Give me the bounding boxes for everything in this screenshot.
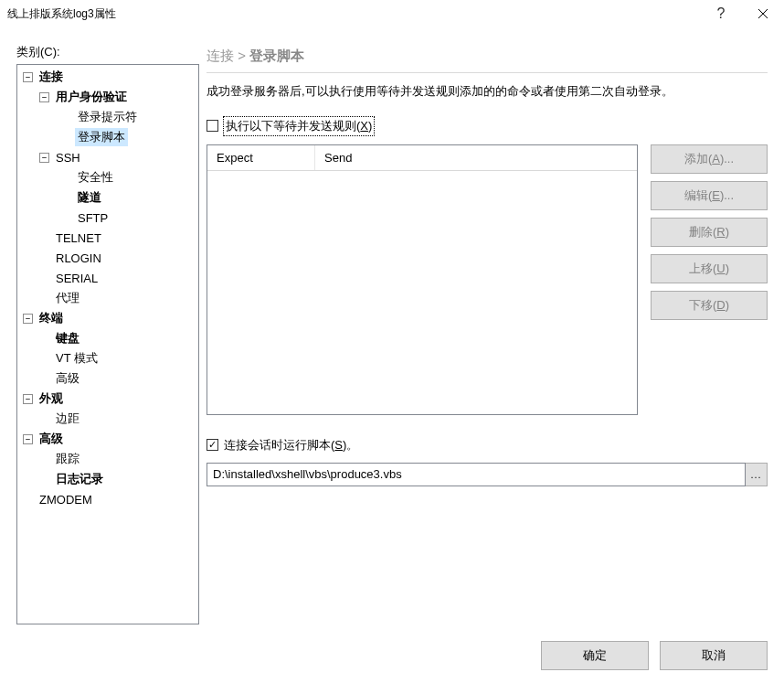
script-path-input[interactable]: D:\installed\xshell\vbs\produce3.vbs [207,463,746,486]
properties-dialog: 线上排版系统log3属性 ? 类别(C): − 连接 [0,0,784,683]
close-icon [758,8,768,19]
edit-button[interactable]: 编辑(E)... [651,181,768,210]
tree-item-terminal[interactable]: − 终端 [19,308,198,328]
tree-item-trace[interactable]: 跟踪 [19,449,198,469]
move-down-button[interactable]: 下移(D) [651,291,768,320]
table-body [207,171,637,414]
window-title: 线上排版系统log3属性 [7,6,700,22]
tree-item-security[interactable]: 安全性 [19,167,198,187]
delete-button[interactable]: 删除(R) [651,218,768,247]
rules-table[interactable]: Expect Send [207,144,638,415]
tree-item-keyboard[interactable]: 键盘 [19,328,198,348]
breadcrumb: 连接 > 登录脚本 [207,44,768,73]
browse-button[interactable]: ... [746,463,768,486]
tree-item-serial[interactable]: SERIAL [19,268,198,288]
collapse-icon[interactable]: − [39,92,49,102]
help-button[interactable]: ? [700,0,742,27]
tree-item-login-script[interactable]: 登录脚本 [19,127,198,147]
tree-item-auth[interactable]: − 用户身份验证 [19,87,198,107]
collapse-icon[interactable]: − [23,314,33,324]
tree-item-login-prompt[interactable]: 登录提示符 [19,107,198,127]
category-label: 类别(C): [16,44,199,60]
collapse-icon[interactable]: − [23,72,33,82]
collapse-icon[interactable]: − [39,153,49,163]
rules-buttons: 添加(A)... 编辑(E)... 删除(R) 上移(U) 下移(D) [651,144,768,415]
description-text: 成功登录服务器后,可以执行使用等待并发送规则添加的的命令或者使用第二次自动登录。 [207,82,768,101]
tree-item-margin[interactable]: 边距 [19,409,198,429]
titlebar: 线上排版系统log3属性 ? [0,0,784,27]
column-expect[interactable]: Expect [207,145,315,170]
tree-item-advanced[interactable]: − 高级 [19,429,198,449]
move-up-button[interactable]: 上移(U) [651,254,768,283]
cancel-button[interactable]: 取消 [660,641,768,670]
script-section: ✓ 连接会话时运行脚本(S)。 D:\installed\xshell\vbs\… [207,437,768,486]
ok-button[interactable]: 确定 [541,641,649,670]
add-button[interactable]: 添加(A)... [651,144,768,174]
rules-area: Expect Send 添加(A)... 编辑(E)... 删除(R) 上移(U… [207,144,768,415]
dialog-body: 类别(C): − 连接 − [0,27,784,683]
titlebar-buttons: ? [700,0,784,27]
tree-item-advanced-term[interactable]: 高级 [19,368,198,389]
tree-item-connection[interactable]: − 连接 [19,67,198,87]
run-script-checkbox[interactable]: ✓ 连接会话时运行脚本(S)。 [207,437,768,454]
tree-item-rlogin[interactable]: RLOGIN [19,248,198,268]
tree-item-vt-mode[interactable]: VT 模式 [19,348,198,368]
tree-item-sftp[interactable]: SFTP [19,208,198,228]
execute-rules-checkbox[interactable]: 执行以下等待并发送规则(X) [207,117,768,135]
script-path-row: D:\installed\xshell\vbs\produce3.vbs ... [207,463,768,486]
tree-item-telnet[interactable]: TELNET [19,228,198,248]
checkbox-icon: ✓ [207,439,218,451]
column-send[interactable]: Send [315,145,637,170]
tree-item-zmodem[interactable]: ZMODEM [19,489,198,509]
table-header: Expect Send [207,145,637,171]
collapse-icon[interactable]: − [23,394,33,404]
tree-item-proxy[interactable]: 代理 [19,288,198,308]
tree-item-tunnel[interactable]: 隧道 [19,187,198,208]
left-column: 类别(C): − 连接 − [16,44,199,624]
category-tree[interactable]: − 连接 − 用户身份验证 登录提示符 [16,64,199,624]
tree-item-ssh[interactable]: − SSH [19,147,198,167]
tree-item-log[interactable]: 日志记录 [19,469,198,489]
checkbox-icon [207,120,218,132]
content-panel: 连接 > 登录脚本 成功登录服务器后,可以执行使用等待并发送规则添加的的命令或者… [207,44,768,624]
main-row: 类别(C): − 连接 − [16,44,768,624]
run-script-label: 连接会话时运行脚本(S)。 [224,437,358,454]
tree-item-appearance[interactable]: − 外观 [19,389,198,409]
execute-rules-label: 执行以下等待并发送规则(X) [224,117,374,135]
collapse-icon[interactable]: − [23,434,33,444]
close-button[interactable] [742,0,784,27]
dialog-footer: 确定 取消 [16,624,768,670]
